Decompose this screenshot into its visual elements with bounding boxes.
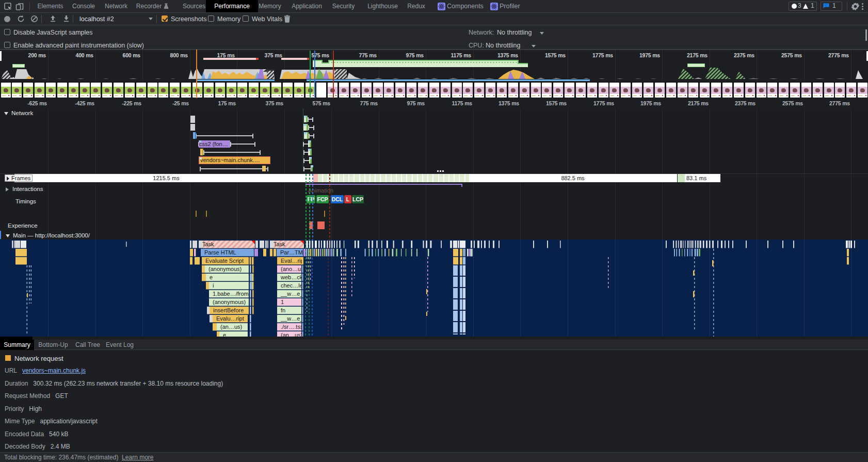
svg-text:Parse HTML: Parse HTML xyxy=(204,249,236,256)
svg-text:./sr….tsx: ./sr….tsx xyxy=(281,324,303,330)
svg-text:e: e xyxy=(210,274,213,280)
svg-text:Evalu…ript: Evalu…ript xyxy=(216,315,244,322)
svg-text:(anonymous): (anonymous) xyxy=(208,266,242,272)
svg-text:(ano…us): (ano…us) xyxy=(281,266,306,272)
svg-text:Task: Task xyxy=(274,241,285,247)
svg-text:(an…us): (an…us) xyxy=(281,332,302,337)
svg-text:chec…les: chec…les xyxy=(281,282,306,289)
svg-text:Eval…ript: Eval…ript xyxy=(281,258,306,264)
svg-text:1: 1 xyxy=(281,299,284,305)
svg-text:insertBefore: insertBefore xyxy=(213,307,244,313)
svg-text:(anonymous): (anonymous) xyxy=(213,299,246,305)
svg-text:Par…TML: Par…TML xyxy=(280,249,306,256)
svg-text:web…ck: web…ck xyxy=(280,274,303,280)
svg-text:fn: fn xyxy=(281,307,285,313)
svg-text:(an…us): (an…us) xyxy=(220,324,242,330)
svg-text:Evaluate Script: Evaluate Script xyxy=(205,258,244,264)
svg-text:e: e xyxy=(223,332,226,337)
svg-text:i: i xyxy=(213,282,214,289)
svg-text:1.babe…/from: 1.babe…/from xyxy=(213,291,249,297)
svg-text:Task: Task xyxy=(202,241,214,247)
